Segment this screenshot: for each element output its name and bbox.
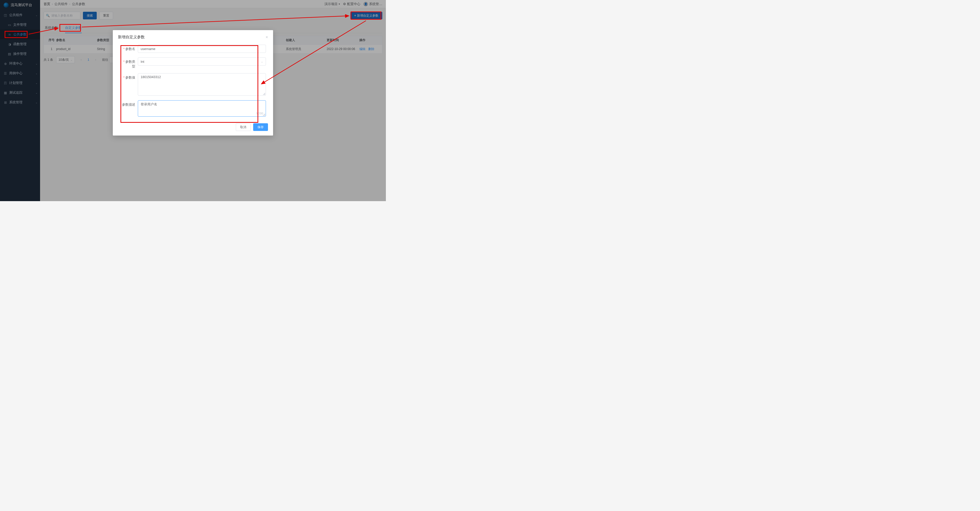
close-icon[interactable]: × (266, 35, 268, 40)
char-counter: 5/200 (256, 112, 263, 115)
dialog-title: 新增自定义参数 (118, 35, 145, 40)
cancel-button[interactable]: 取消 (236, 123, 251, 131)
param-name-label: *参数名 (120, 45, 138, 51)
resize-handle-icon[interactable] (262, 113, 265, 116)
param-desc-label: 参数描述 (120, 100, 138, 107)
param-type-label: *参数类型 (120, 57, 138, 68)
add-param-dialog: 新增自定义参数 × *参数名 username *参数类型 Int ⌄ *参数值… (113, 30, 273, 135)
param-name-input[interactable]: username (138, 45, 266, 53)
resize-handle-icon[interactable] (262, 92, 265, 95)
param-desc-textarea[interactable]: 登录用户名 5/200 (138, 100, 266, 117)
param-type-select[interactable]: Int ⌄ (138, 57, 266, 65)
chevron-down-icon: ⌄ (261, 60, 263, 63)
save-button[interactable]: 保存 (253, 123, 268, 131)
param-value-label: *参数值 (120, 73, 138, 80)
param-value-textarea[interactable]: 18015043312 (138, 73, 266, 96)
